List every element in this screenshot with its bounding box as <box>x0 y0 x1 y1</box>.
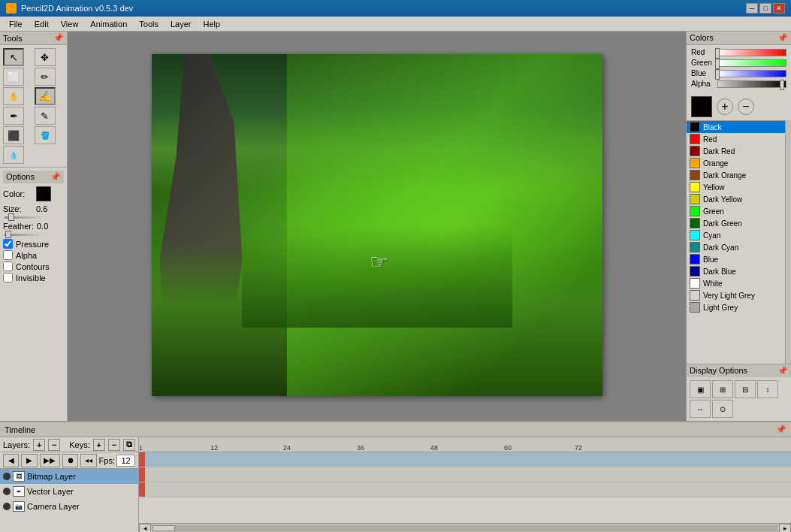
color-list-item-dark-orange[interactable]: Dark Orange <box>687 169 785 181</box>
display-btn-5[interactable]: ↔ <box>690 400 711 418</box>
alpha-slider[interactable] <box>717 80 786 88</box>
color-dot-light-grey <box>690 302 700 313</box>
display-btn-6[interactable]: ⊙ <box>712 400 733 418</box>
color-name-dark-blue: Dark Blue <box>703 268 736 276</box>
layer-vector-visibility[interactable] <box>3 488 11 495</box>
color-list-item-yellow[interactable]: Yellow <box>687 181 785 193</box>
fps-label: Fps: <box>99 456 115 465</box>
green-slider[interactable] <box>717 59 786 67</box>
prev-sound-button[interactable]: ◂◂ <box>80 454 96 467</box>
color-list-item-red[interactable]: Red <box>687 133 785 145</box>
fps-value[interactable]: 12 <box>116 455 135 467</box>
alpha-label: Alpha <box>16 251 37 260</box>
menu-item-layer[interactable]: Layer <box>165 18 198 30</box>
scroll-right-button[interactable]: ▸ <box>779 524 791 533</box>
title-text: Pencil2D Animation v0.5.3 dev <box>6 3 133 14</box>
color-list-item-dark-cyan[interactable]: Dark Cyan <box>687 241 785 253</box>
color-list-item-black[interactable]: Black <box>687 121 785 133</box>
color-list-scrollbar[interactable] <box>785 120 791 364</box>
color-list-item-orange[interactable]: Orange <box>687 157 785 169</box>
timeline-label: Timeline <box>5 425 35 434</box>
menu-item-help[interactable]: Help <box>198 18 227 30</box>
color-list-item-very-light-grey[interactable]: Very Light Grey <box>687 289 785 301</box>
color-list-item-dark-green[interactable]: Dark Green <box>687 217 785 229</box>
color-list-item-dark-blue[interactable]: Dark Blue <box>687 265 785 277</box>
track-bitmap[interactable] <box>139 452 791 467</box>
color-name-yellow: Yellow <box>703 183 725 192</box>
alpha-checkbox[interactable] <box>3 250 13 260</box>
color-preview-swatch[interactable] <box>691 96 712 117</box>
menu-item-animation[interactable]: Animation <box>84 18 133 30</box>
hand-tool-button[interactable]: ✍ <box>35 87 56 105</box>
remove-key-button[interactable]: − <box>108 439 120 451</box>
color-name-light-grey: Light Grey <box>703 304 738 312</box>
options-section: Options 📌 Color: Size: 0.6 Feather: 0.0 <box>0 167 67 287</box>
menu-item-tools[interactable]: Tools <box>133 18 165 30</box>
layer-item-vector[interactable]: ✒ Vector Layer <box>0 484 138 499</box>
color-swatch[interactable] <box>36 186 51 201</box>
duplicate-key-button[interactable]: ⧉ <box>123 439 135 451</box>
feather-slider[interactable] <box>5 234 42 236</box>
display-btn-4[interactable]: ↕ <box>757 380 778 398</box>
color-list-item-dark-yellow[interactable]: Dark Yellow <box>687 193 785 205</box>
red-label: Red <box>691 48 715 56</box>
smudge-tool-button[interactable]: ✋ <box>3 87 24 105</box>
record-button[interactable]: ⏺ <box>62 454 78 467</box>
bucket-tool-button[interactable]: 🪣 <box>35 126 56 144</box>
invisible-checkbox[interactable] <box>3 273 13 283</box>
track-camera[interactable] <box>139 482 791 497</box>
menu-item-view[interactable]: View <box>55 18 85 30</box>
eyedropper-tool-button[interactable]: 💧 <box>3 146 24 164</box>
red-slider-row: Red <box>691 48 786 56</box>
play-button[interactable]: ▶ <box>21 454 37 467</box>
layer-item-camera[interactable]: 📷 Camera Layer <box>0 499 138 514</box>
move-tool-button[interactable]: ✥ <box>35 48 56 66</box>
layer-item-bitmap[interactable]: 🖼 Bitmap Layer <box>0 469 138 484</box>
prev-frame-button[interactable]: ◀ <box>3 454 19 467</box>
add-key-button[interactable]: + <box>93 439 105 451</box>
polyline-tool-button[interactable]: ✏ <box>35 68 56 86</box>
color-list-item-cyan[interactable]: Cyan <box>687 229 785 241</box>
keys-label: Keys: <box>69 440 90 449</box>
pen-tool-button[interactable]: ✒ <box>3 107 24 125</box>
scroll-left-button[interactable]: ◂ <box>139 524 151 533</box>
add-color-button[interactable]: + <box>717 98 733 115</box>
contours-checkbox-row: Contours <box>3 261 64 271</box>
color-dot-dark-green <box>690 218 700 228</box>
close-button[interactable]: ✕ <box>773 3 785 14</box>
canvas-image[interactable]: ☞ <box>152 54 602 396</box>
color-list-item-white[interactable]: White <box>687 277 785 289</box>
color-list-item-light-grey[interactable]: Light Grey <box>687 301 785 313</box>
select-tool-button[interactable]: ↖ <box>3 48 24 66</box>
remove-layer-button[interactable]: − <box>48 439 60 451</box>
contours-checkbox[interactable] <box>3 261 13 271</box>
menu-item-edit[interactable]: Edit <box>29 18 55 30</box>
rectangle-tool-button[interactable]: ⬜ <box>3 68 24 86</box>
remove-color-button[interactable]: − <box>738 98 754 115</box>
display-btn-3[interactable]: ⊟ <box>735 380 756 398</box>
eraser-tool-button[interactable]: ⬛ <box>3 126 24 144</box>
display-btn-2[interactable]: ⊞ <box>712 380 733 398</box>
scroll-track[interactable] <box>152 525 777 531</box>
scroll-thumb[interactable] <box>152 525 175 531</box>
color-name-dark-red: Dark Red <box>703 147 735 156</box>
size-slider[interactable] <box>5 216 42 219</box>
add-layer-button[interactable]: + <box>33 439 45 451</box>
pencil-tool-button[interactable]: ✎ <box>35 107 56 125</box>
play-loop-button[interactable]: ▶▶ <box>40 454 60 467</box>
key-marker-camera <box>139 482 145 497</box>
pressure-checkbox[interactable] <box>3 239 13 249</box>
menu-item-file[interactable]: File <box>3 18 29 30</box>
color-list-item-blue[interactable]: Blue <box>687 253 785 265</box>
track-vector[interactable] <box>139 467 791 482</box>
maximize-button[interactable]: □ <box>759 3 771 14</box>
display-btn-1[interactable]: ▣ <box>690 380 711 398</box>
color-list-item-dark-red[interactable]: Dark Red <box>687 145 785 157</box>
size-label: Size: <box>3 204 33 213</box>
blue-slider[interactable] <box>717 70 786 77</box>
layer-bitmap-visibility[interactable] <box>3 473 11 480</box>
red-slider[interactable] <box>717 49 786 56</box>
minimize-button[interactable]: ─ <box>746 3 758 14</box>
color-list-item-green[interactable]: Green <box>687 205 785 217</box>
layer-camera-visibility[interactable] <box>3 503 11 510</box>
